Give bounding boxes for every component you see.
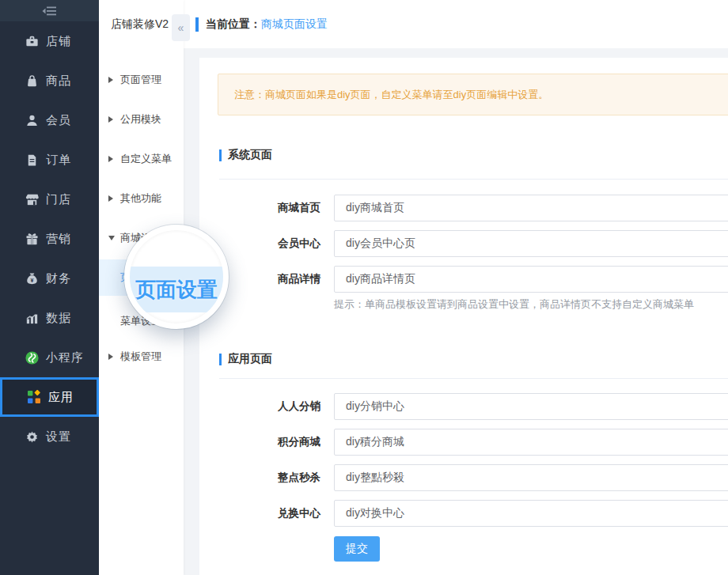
field-value: diy積分商城 [346,435,404,449]
section-title-app-pages: 应用页面 [219,352,272,366]
product-detail-hint: 提示：单商品模板设置请到商品设置中设置，商品详情页不支持自定义商城菜单 [334,297,694,312]
goods-icon [24,73,40,89]
sidebar-item-label: 应用 [48,390,74,405]
breadcrumb-accent-bar [195,17,199,32]
magnifier-highlight-band: 页面设置 [124,267,229,312]
submit-button[interactable]: 提交 [334,536,380,562]
section-accent-bar [219,354,222,365]
menu-group-label: 公用模块 [120,112,161,127]
miniprogram-icon [24,350,40,365]
menu-group-label: 页面管理 [120,73,161,87]
sidebar-item-label: 营销 [46,232,71,247]
sidebar-item-goods[interactable]: 商品 [0,61,99,100]
distribution-input[interactable]: diy分销中心 [334,393,728,420]
collapse-menu-icon [42,6,58,17]
field-value: diy商城首页 [346,201,404,215]
form-row-flash-sale: 整点秒杀 diy整點秒殺 [199,464,728,491]
form-row-member-center: 会员中心 diy会员中心页 [199,230,728,257]
chevron-right-icon [108,354,113,360]
sidebar-item-label: 设置 [46,429,71,444]
field-value: diy会员中心页 [346,236,415,251]
notice-banner: 注意：商城页面如果是diy页面，自定义菜单请至diy页面编辑中设置。 [218,74,728,115]
mall-home-input[interactable]: diy商城首页 [334,195,728,221]
field-value: diy整點秒殺 [346,471,404,485]
sidebar-item-order[interactable]: 订单 [0,140,99,180]
menu-group-label: 其他功能 [120,191,161,206]
chevron-down-icon [108,236,115,240]
notice-text: 注意：商城页面如果是diy页面，自定义菜单请至diy页面编辑中设置。 [234,88,548,102]
form-row-mall-home: 商城首页 diy商城首页 [199,195,728,221]
double-chevron-left-icon: « [178,21,184,34]
sidebar-item-label: 门店 [46,192,71,207]
magnifier-lens: 页面设置 [124,225,229,329]
divider [219,378,728,379]
sidebar-item-label: 财务 [46,271,71,286]
gear-icon [24,429,40,444]
field-label: 会员中心 [226,230,320,257]
menu-group-label: 模板管理 [120,350,161,364]
sidebar-item-miniprogram[interactable]: 小程序 [0,338,99,377]
menu-group-page-management[interactable]: 页面管理 [99,66,184,94]
sidebar-item-apps[interactable]: 应用 [0,377,99,417]
sidebar-item-label: 小程序 [46,350,84,365]
magnifier-text: 页面设置 [135,276,218,304]
divider [219,179,728,180]
menu-group-label: 自定义菜单 [120,152,172,166]
member-icon [24,112,40,128]
menu-group-common-modules[interactable]: 公用模块 [99,105,184,134]
breadcrumb-prefix: 当前位置： [206,17,261,32]
order-icon [24,152,40,168]
form-row-points-mall: 积分商城 diy積分商城 [199,429,728,456]
breadcrumb-current-link[interactable]: 商城页面设置 [261,17,328,32]
svg-text:¥: ¥ [30,277,33,283]
shop-icon [24,33,40,49]
section-title-text: 应用页面 [228,352,272,366]
sidebar-item-label: 会员 [46,113,71,128]
menu-group-template-management[interactable]: 模板管理 [99,342,184,371]
sidebar-item-finance[interactable]: ¥ 财务 [0,259,99,298]
sidebar-item-settings[interactable]: 设置 [0,417,99,456]
field-label: 兑换中心 [226,500,320,527]
sidebar-collapse-tab[interactable]: « [172,14,190,41]
primary-sidebar: 店铺 商品 会员 订单 门店 [0,0,99,575]
menu-group-other-functions[interactable]: 其他功能 [99,184,184,213]
field-label: 商城首页 [226,195,320,221]
flash-sale-input[interactable]: diy整點秒殺 [334,464,728,491]
chevron-right-icon [108,77,113,83]
points-mall-input[interactable]: diy積分商城 [334,429,728,456]
chevron-right-icon [108,156,113,162]
field-value: diy分销中心 [346,399,404,414]
sidebar-item-data[interactable]: 数据 [0,298,99,338]
field-label: 商品详情 [226,266,320,293]
sidebar-item-label: 店铺 [46,34,71,49]
exchange-center-input[interactable]: diy对换中心 [334,500,728,527]
field-label: 人人分销 [226,393,320,420]
section-title-system-pages: 系统页面 [219,148,272,162]
menu-group-custom-menu[interactable]: 自定义菜单 [99,145,184,173]
section-accent-bar [219,149,222,161]
sidebar-item-store[interactable]: 门店 [0,180,99,219]
form-row-distribution: 人人分销 diy分销中心 [199,393,728,420]
product-detail-input[interactable]: diy商品详情页 [334,266,728,293]
chevron-right-icon [108,195,113,202]
marketing-icon [24,231,40,247]
sidebar-item-marketing[interactable]: 营销 [0,219,99,259]
field-value: diy对换中心 [346,506,404,520]
content-card: 注意：商城页面如果是diy页面，自定义菜单请至diy页面编辑中设置。 系统页面 … [199,58,728,575]
sidebar-item-label: 商品 [46,74,71,89]
finance-icon: ¥ [24,270,40,286]
apps-icon [26,389,42,405]
form-row-exchange-center: 兑换中心 diy对换中心 [199,500,728,527]
sidebar-item-member[interactable]: 会员 [0,100,99,140]
field-label: 积分商城 [226,429,320,456]
form-row-product-detail: 商品详情 diy商品详情页 [199,266,728,293]
app-window: 店铺 商品 会员 订单 门店 [0,0,728,575]
data-icon [24,310,40,326]
module-title: 店铺装修V2 [111,17,169,32]
member-center-input[interactable]: diy会员中心页 [334,230,728,257]
store-icon [24,191,40,207]
breadcrumb: 当前位置： 商城页面设置 [195,17,328,32]
sidebar-item-label: 数据 [46,311,71,326]
sidebar-collapse-button[interactable] [0,0,99,21]
sidebar-item-shop[interactable]: 店铺 [0,21,99,61]
